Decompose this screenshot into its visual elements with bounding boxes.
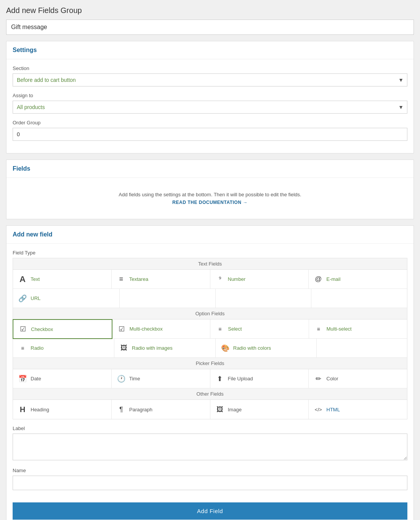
name-field-label: Name [13, 468, 407, 473]
image-label: Image [228, 407, 242, 412]
settings-card: Settings Section Before add to cart butt… [6, 41, 414, 153]
add-new-field-card: Add new field Field Type Text Fields A T… [6, 225, 414, 520]
field-heading[interactable]: H Heading [13, 400, 112, 419]
field-type-label: Field Type [13, 250, 407, 256]
field-text[interactable]: A Text [13, 270, 112, 289]
assign-label: Assign to [13, 93, 407, 98]
settings-header: Settings [7, 41, 413, 59]
image-icon: 🖼 [216, 406, 224, 414]
radio-colors-label: Radio with colors [233, 345, 271, 351]
group-name-input[interactable] [6, 20, 414, 35]
section-label: Section [13, 65, 407, 71]
assign-select[interactable]: All products Specific products Categorie… [13, 101, 407, 114]
html-icon: </> [314, 407, 322, 412]
field-html[interactable]: </> HTML [309, 400, 407, 419]
field-url[interactable]: 🔗 URL [13, 289, 120, 308]
radio-images-label: Radio with images [132, 345, 173, 351]
number-icon: ⁹ [216, 275, 224, 283]
paragraph-label: Paragraph [129, 407, 153, 412]
email-label: E-mail [326, 276, 340, 282]
add-field-button[interactable]: Add Field [13, 502, 407, 520]
empty-option-4 [317, 339, 407, 358]
time-label: Time [129, 376, 140, 381]
section-select[interactable]: Before add to cart button After add to c… [13, 73, 407, 86]
paragraph-icon: ¶ [117, 406, 125, 414]
url-label: URL [31, 295, 41, 301]
add-new-field-header: Add new field [7, 226, 413, 244]
radio-colors-icon: 🎨 [221, 344, 230, 352]
radio-icon: ≡ [18, 345, 27, 351]
heading-label: Heading [31, 407, 49, 412]
field-date[interactable]: 📅 Date [13, 369, 112, 388]
fields-info: Add fields using the settings at the bot… [13, 184, 407, 213]
empty-url-3 [216, 289, 312, 308]
text-icon: A [18, 274, 27, 284]
field-file-upload[interactable]: ⬆ File Upload [210, 369, 309, 388]
field-multi-select[interactable]: ≡ Multi-select [309, 319, 407, 339]
field-number[interactable]: ⁹ Number [210, 270, 309, 289]
section-group: Section Before add to cart button After … [13, 65, 407, 86]
order-group-group: Order Group [13, 120, 407, 141]
empty-url-4 [311, 289, 407, 308]
order-group-label: Order Group [13, 120, 407, 126]
field-checkbox[interactable]: ☑ Checkbox [13, 319, 112, 339]
option-fields-row2: ≡ Radio 🖼 Radio with images 🎨 Radio with… [13, 339, 407, 358]
radio-label: Radio [31, 345, 44, 351]
textarea-label: Textarea [129, 276, 148, 282]
text-label: Text [31, 276, 40, 282]
name-group: Name [13, 468, 407, 490]
fields-card: Fields Add fields using the settings at … [6, 160, 414, 219]
option-fields-row1: ☑ Checkbox ☑ Multi-checkbox ≡ Select ≡ [13, 319, 407, 339]
number-label: Number [228, 276, 246, 282]
select-label: Select [228, 326, 242, 332]
radio-images-icon: 🖼 [120, 344, 128, 352]
option-fields-section-header: Option Fields [13, 308, 407, 319]
field-radio-images[interactable]: 🖼 Radio with images [114, 339, 216, 358]
fields-doc-link[interactable]: READ THE DOCUMENTATION → [20, 200, 400, 205]
multi-checkbox-icon: ☑ [117, 325, 126, 333]
field-radio-colors[interactable]: 🎨 Radio with colors [216, 339, 317, 358]
text-fields-row1: A Text ≡ Textarea ⁹ Number @ [13, 270, 407, 289]
text-fields-section-header: Text Fields [13, 258, 407, 270]
label-field-label: Label [13, 425, 407, 431]
field-type-wrapper: Text Fields A Text ≡ Textarea ⁹ Number [13, 258, 407, 419]
file-upload-icon: ⬆ [216, 375, 224, 383]
order-group-input[interactable] [13, 128, 407, 141]
date-icon: 📅 [18, 375, 27, 383]
field-paragraph[interactable]: ¶ Paragraph [112, 400, 210, 419]
checkbox-icon: ☑ [19, 325, 27, 333]
assign-select-wrapper: All products Specific products Categorie… [13, 101, 407, 114]
picker-fields-section-header: Picker Fields [13, 358, 407, 369]
field-multi-checkbox[interactable]: ☑ Multi-checkbox [112, 319, 211, 339]
text-fields-row2: 🔗 URL [13, 289, 407, 308]
label-input[interactable] [13, 434, 407, 460]
field-email[interactable]: @ E-mail [309, 270, 407, 289]
email-icon: @ [314, 275, 322, 283]
other-fields-section-header: Other Fields [13, 388, 407, 400]
field-time[interactable]: 🕐 Time [112, 369, 210, 388]
html-label: HTML [326, 407, 340, 412]
field-textarea[interactable]: ≡ Textarea [112, 270, 210, 289]
field-select[interactable]: ≡ Select [210, 319, 309, 339]
field-color[interactable]: ✏ Color [309, 369, 407, 388]
color-label: Color [326, 376, 338, 381]
url-icon: 🔗 [18, 294, 27, 303]
multi-select-icon: ≡ [314, 326, 323, 332]
picker-fields-row1: 📅 Date 🕐 Time ⬆ File Upload ✏ [13, 369, 407, 388]
heading-icon: H [18, 405, 27, 414]
field-radio[interactable]: ≡ Radio [13, 339, 114, 358]
label-group: Label [13, 425, 407, 461]
color-icon: ✏ [314, 375, 322, 383]
empty-url-2 [120, 289, 216, 308]
multi-checkbox-label: Multi-checkbox [130, 326, 163, 332]
fields-header: Fields [7, 160, 413, 178]
file-upload-label: File Upload [228, 376, 253, 381]
field-image[interactable]: 🖼 Image [210, 400, 309, 419]
page-title: Add new Fields Group [6, 6, 414, 15]
name-input[interactable] [13, 476, 407, 490]
select-icon: ≡ [216, 326, 224, 332]
checkbox-label: Checkbox [31, 326, 53, 332]
section-select-wrapper: Before add to cart button After add to c… [13, 73, 407, 86]
other-fields-row1: H Heading ¶ Paragraph 🖼 Image </> [13, 400, 407, 419]
assign-group: Assign to All products Specific products… [13, 93, 407, 114]
